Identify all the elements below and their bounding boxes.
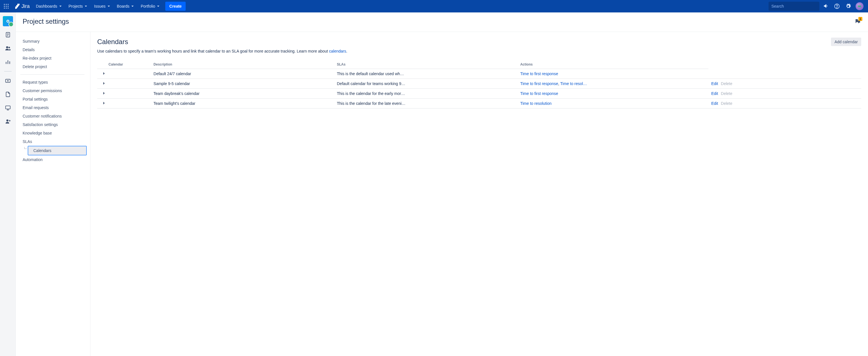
rail-reports-icon[interactable] — [2, 56, 14, 68]
calendar-slas: Time to first response, Time to resol… — [517, 79, 708, 89]
nav-projects[interactable]: Projects — [66, 1, 90, 11]
search-input[interactable] — [771, 4, 821, 8]
panel-title: Calendars — [97, 38, 128, 46]
sla-link[interactable]: Time to resol… — [560, 82, 587, 86]
calendar-name: Team daybreak's calendar — [151, 89, 334, 99]
sidebar-item-delete-project[interactable]: Delete project — [18, 62, 87, 71]
nav-boards[interactable]: Boards — [114, 1, 137, 11]
svg-point-0 — [4, 4, 5, 5]
top-nav: Jira Dashboards Projects Issues Boards P… — [0, 0, 868, 12]
col-calendar: Calendar — [97, 60, 151, 69]
logo-text: Jira — [22, 3, 30, 9]
app-switcher-icon[interactable] — [1, 1, 11, 11]
svg-point-1 — [6, 4, 6, 5]
svg-point-20 — [8, 47, 10, 48]
avatar[interactable]: ∞ — [855, 1, 865, 11]
rail-project-icon[interactable] — [2, 15, 14, 27]
page-header: Project settings 1 — [16, 12, 868, 32]
col-actions: Actions — [517, 60, 708, 69]
page-title: Project settings — [23, 18, 69, 26]
sla-link[interactable]: Time to first response — [520, 82, 558, 86]
edit-link[interactable]: Edit — [711, 91, 718, 96]
rail-people-icon[interactable] — [2, 42, 14, 54]
rail-invite-icon[interactable] — [2, 116, 14, 127]
svg-point-19 — [6, 46, 8, 48]
svg-point-14 — [7, 21, 8, 22]
sidebar-item-automation[interactable]: Automation — [18, 155, 87, 164]
svg-point-7 — [6, 8, 6, 8]
search-box[interactable] — [769, 2, 819, 11]
sidebar-item-customer-notifications[interactable]: Customer notifications — [18, 112, 87, 120]
sidebar-item-slas[interactable]: SLAs — [18, 137, 87, 146]
svg-point-6 — [4, 8, 5, 8]
delete-link[interactable]: Delete — [721, 91, 732, 96]
feedback-button[interactable]: 1 — [855, 18, 861, 25]
table-row: Team twilight's calendarThis is the cale… — [97, 99, 861, 108]
calendar-description: This is the default calendar used wh… — [334, 69, 517, 79]
calendar-description: Default calendar for teams working 9… — [334, 79, 517, 89]
svg-point-30 — [6, 120, 8, 122]
rail-pages-icon[interactable] — [2, 29, 14, 41]
expand-toggle[interactable] — [97, 69, 151, 79]
sidebar-item-re-index-project[interactable]: Re-index project — [18, 54, 87, 62]
edit-link[interactable]: Edit — [711, 101, 718, 106]
calendars-table: Calendar Description SLAs Actions Defaul… — [97, 60, 861, 108]
jira-logo[interactable]: Jira — [12, 3, 32, 9]
sidebar-item-satisfaction-settings[interactable]: Satisfaction settings — [18, 120, 87, 129]
sidebar-item-calendars[interactable]: Calendars — [28, 146, 87, 155]
sidebar-item-request-types[interactable]: Request types — [18, 78, 87, 87]
main-panel: Calendars Add calendar Use calendars to … — [90, 32, 868, 356]
sidebar-item-details[interactable]: Details — [18, 45, 87, 54]
rail-add-icon[interactable] — [2, 75, 14, 87]
sla-link[interactable]: Time to first response — [520, 91, 558, 96]
col-slas: SLAs — [334, 60, 517, 69]
panel-description: Use calendars to specify a team's workin… — [97, 49, 861, 54]
expand-toggle[interactable] — [97, 89, 151, 99]
calendar-slas: Time to resolution — [517, 99, 708, 108]
col-description: Description — [151, 60, 334, 69]
nav-dashboards[interactable]: Dashboards — [33, 1, 65, 11]
calendar-slas: Time to first response — [517, 89, 708, 99]
calendar-description: This is the calendar for the late eveni… — [334, 99, 517, 108]
sidebar-item-summary[interactable]: Summary — [18, 37, 87, 45]
nav-portfolio[interactable]: Portfolio — [138, 1, 162, 11]
calendar-actions — [708, 69, 861, 79]
calendar-actions: EditDelete — [708, 89, 861, 99]
nav-issues[interactable]: Issues — [91, 1, 113, 11]
sla-link[interactable]: Time to first response — [520, 71, 558, 76]
chevron-right-icon — [102, 82, 106, 85]
edit-link[interactable]: Edit — [711, 82, 718, 86]
help-icon[interactable] — [832, 1, 842, 11]
table-row: Team daybreak's calendarThis is the cale… — [97, 89, 861, 99]
add-calendar-button[interactable]: Add calendar — [831, 38, 861, 46]
table-row: Sample 9-5 calendarDefault calendar for … — [97, 79, 861, 89]
create-button[interactable]: Create — [165, 2, 186, 11]
sidebar-item-portal-settings[interactable]: Portal settings — [18, 95, 87, 103]
svg-point-4 — [6, 6, 6, 6]
calendar-name: Team twilight's calendar — [151, 99, 334, 108]
rail-file-icon[interactable] — [2, 89, 14, 100]
feedback-badge: 1 — [858, 17, 862, 21]
settings-icon[interactable] — [843, 1, 853, 11]
sla-link[interactable]: Time to resolution — [520, 101, 552, 106]
rail-monitor-icon[interactable] — [2, 102, 14, 114]
table-row: Default 24/7 calendarThis is the default… — [97, 69, 861, 79]
delete-link[interactable]: Delete — [721, 82, 732, 86]
calendars-link[interactable]: calendars — [329, 49, 346, 54]
notifications-icon[interactable] — [820, 1, 831, 11]
chevron-right-icon — [102, 101, 106, 105]
svg-rect-27 — [5, 106, 10, 109]
calendar-name: Sample 9-5 calendar — [151, 79, 334, 89]
rail-divider — [4, 71, 11, 71]
expand-toggle[interactable] — [97, 79, 151, 89]
settings-sidebar: SummaryDetailsRe-index projectDelete pro… — [16, 32, 90, 356]
chevron-right-icon — [102, 72, 106, 75]
calendar-actions: EditDelete — [708, 99, 861, 108]
delete-link[interactable]: Delete — [721, 101, 732, 106]
sidebar-item-customer-permissions[interactable]: Customer permissions — [18, 87, 87, 95]
sidebar-item-knowledge-base[interactable]: Knowledge base — [18, 129, 87, 137]
sidebar-item-email-requests[interactable]: Email requests — [18, 103, 87, 112]
left-rail — [0, 12, 16, 356]
expand-toggle[interactable] — [97, 99, 151, 108]
svg-point-5 — [8, 6, 8, 6]
